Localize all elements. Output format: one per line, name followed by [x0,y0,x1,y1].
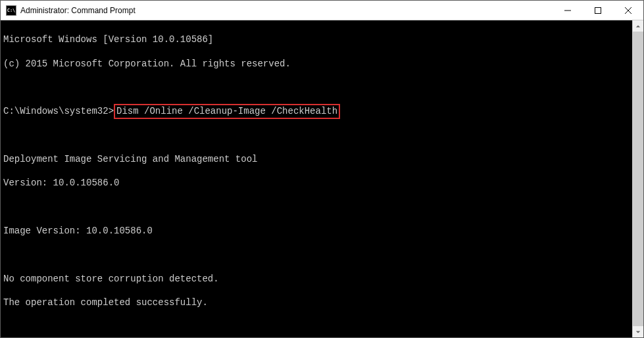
prompt-path: C:\Windows\system32> [3,106,114,116]
command-prompt-window: C:\ Administrator: Command Prompt Micros… [0,0,644,338]
output-blank [3,201,630,213]
client-area: Microsoft Windows [Version 10.0.10586] (… [1,20,643,337]
scrollbar-thumb[interactable] [633,32,643,326]
output-blank [3,82,630,93]
chevron-down-icon [635,329,641,335]
output-line: Version: 10.0.10586.0 [3,177,630,189]
output-line: Microsoft Windows [Version 10.0.10586] [3,34,630,45]
scroll-down-button[interactable] [633,326,643,337]
output-blank [3,130,630,141]
output-line: Deployment Image Servicing and Managemen… [3,153,630,165]
vertical-scrollbar[interactable] [632,20,643,337]
output-blank [3,321,630,333]
titlebar[interactable]: C:\ Administrator: Command Prompt [1,1,643,20]
output-line: (c) 2015 Microsoft Corporation. All righ… [3,58,630,70]
highlighted-command: Dism /Online /Cleanup-Image /CheckHealth [114,104,340,118]
output-line: Image Version: 10.0.10586.0 [3,225,630,237]
minimize-button[interactable] [553,1,583,20]
window-title: Administrator: Command Prompt [20,6,553,15]
output-line: No component store corruption detected. [3,273,630,285]
scrollbar-track[interactable] [633,32,643,326]
window-controls [553,1,643,20]
cmd-icon: C:\ [6,5,16,16]
prompt-line: C:\Windows\system32>Dism /Online /Cleanu… [3,105,630,117]
scroll-up-button[interactable] [633,20,643,32]
maximize-button[interactable] [583,1,613,20]
terminal-output[interactable]: Microsoft Windows [Version 10.0.10586] (… [1,20,632,337]
svg-rect-1 [595,7,601,13]
close-button[interactable] [613,1,643,20]
output-blank [3,249,630,261]
chevron-up-icon [635,24,641,29]
output-line: The operation completed successfully. [3,297,630,308]
